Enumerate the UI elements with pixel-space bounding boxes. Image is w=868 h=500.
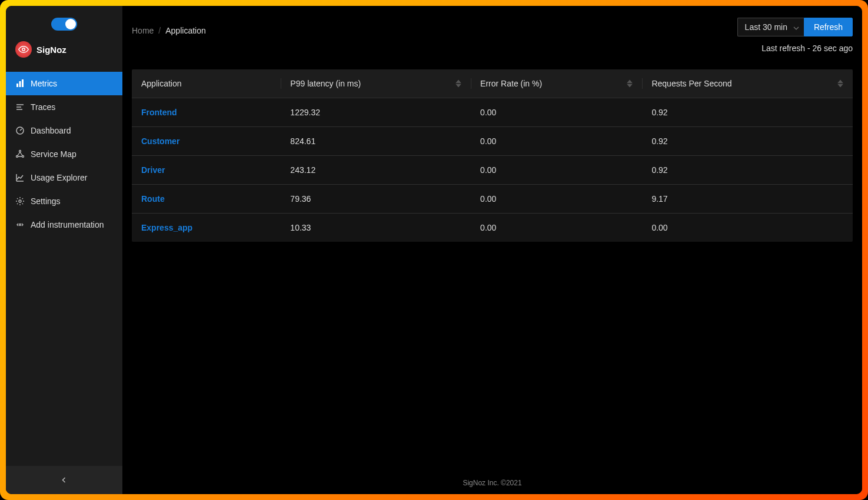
chevron-down-icon [793,22,799,32]
align-left-icon [15,102,25,112]
sidebar: SigNoz Metrics Traces [6,6,122,494]
sidebar-item-settings[interactable]: Settings [6,189,122,213]
svg-point-11 [19,200,21,202]
sidebar-item-label: Add instrumentation [31,220,104,229]
table-row: Express_app10.330.000.00 [132,214,853,242]
svg-marker-14 [455,84,461,88]
svg-point-8 [19,151,21,152]
refresh-label: Refresh [814,22,843,32]
breadcrumb-current: Application [165,26,206,35]
applications-table: Application P99 latency (in ms) Erro [132,69,853,242]
svg-point-9 [16,156,18,158]
sidebar-item-label: Service Map [31,149,77,159]
eye-icon [15,41,32,58]
cell-p99: 1229.32 [281,98,471,127]
svg-point-12 [19,224,21,226]
svg-rect-3 [22,79,24,87]
application-link[interactable]: Frontend [141,108,177,117]
footer-text: SigNoz Inc. ©2021 [122,479,862,487]
api-icon [15,220,25,229]
line-chart-icon [15,173,25,182]
table-row: Driver243.120.000.92 [132,156,853,185]
gear-icon [15,196,25,206]
col-application: Application [132,69,281,98]
svg-marker-18 [837,84,843,88]
breadcrumb-home[interactable]: Home [132,26,154,35]
chevron-left-icon [61,475,67,485]
brand-name: SigNoz [36,45,66,55]
svg-point-10 [22,156,24,158]
timerange-select[interactable]: Last 30 min [737,18,804,36]
sort-icon [455,80,461,88]
cell-error: 0.00 [471,98,642,127]
col-rps[interactable]: Requests Per Second [642,69,853,98]
col-p99-latency[interactable]: P99 latency (in ms) [281,69,471,98]
brand-logo[interactable]: SigNoz [15,41,66,58]
chart-bar-icon [15,79,25,88]
svg-rect-1 [16,84,18,87]
refresh-button[interactable]: Refresh [804,18,853,36]
application-link[interactable]: Express_app [141,223,192,232]
col-error-rate[interactable]: Error Rate (in %) [471,69,642,98]
svg-point-0 [22,48,25,51]
cell-rps: 0.92 [642,156,853,185]
cell-error: 0.00 [471,127,642,156]
deployment-icon [15,149,25,159]
sidebar-item-traces[interactable]: Traces [6,95,122,119]
cell-error: 0.00 [471,185,642,214]
sidebar-item-label: Settings [31,196,61,206]
table-row: Customer824.610.000.92 [132,127,853,156]
sort-icon [837,80,843,88]
sidebar-item-label: Metrics [31,79,57,88]
main-content: Home / Application Last 30 min Refres [122,6,862,494]
application-link[interactable]: Route [141,194,165,204]
sidebar-item-label: Traces [31,102,55,112]
sidebar-item-label: Usage Explorer [31,173,88,182]
last-refresh-text: Last refresh - 26 sec ago [761,44,853,53]
cell-p99: 10.33 [281,214,471,242]
breadcrumb: Home / Application [132,26,206,35]
timerange-value: Last 30 min [745,22,787,32]
breadcrumb-separator: / [158,26,161,35]
sidebar-item-service-map[interactable]: Service Map [6,142,122,166]
theme-toggle[interactable] [51,18,77,31]
table-row: Frontend1229.320.000.92 [132,98,853,127]
cell-rps: 0.00 [642,214,853,242]
cell-p99: 79.36 [281,185,471,214]
cell-error: 0.00 [471,214,642,242]
cell-rps: 9.17 [642,185,853,214]
sidebar-item-metrics[interactable]: Metrics [6,72,122,95]
sidebar-item-usage-explorer[interactable]: Usage Explorer [6,166,122,189]
sidebar-item-dashboard[interactable]: Dashboard [6,119,122,142]
sidebar-item-label: Dashboard [31,126,71,135]
nav-list: Metrics Traces Dashboard [6,72,122,236]
sidebar-collapse-button[interactable] [6,466,122,494]
svg-marker-16 [627,84,633,88]
cell-p99: 824.61 [281,127,471,156]
table-row: Route79.360.009.17 [132,185,853,214]
svg-marker-17 [837,80,843,84]
application-link[interactable]: Driver [141,165,165,175]
svg-rect-2 [19,81,21,87]
svg-marker-13 [455,80,461,84]
cell-error: 0.00 [471,156,642,185]
dashboard-icon [15,126,25,135]
cell-rps: 0.92 [642,98,853,127]
sidebar-item-add-instrumentation[interactable]: Add instrumentation [6,213,122,236]
cell-rps: 0.92 [642,127,853,156]
cell-p99: 243.12 [281,156,471,185]
application-link[interactable]: Customer [141,136,179,146]
sort-icon [627,80,633,88]
svg-marker-15 [627,80,633,84]
